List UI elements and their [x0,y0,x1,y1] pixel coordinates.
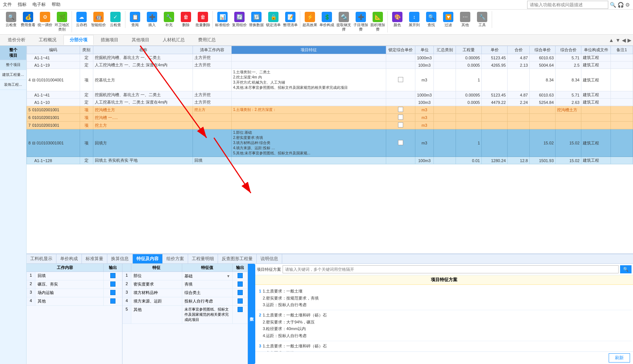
col-ctotal: 综合合价 [556,46,581,54]
table-row[interactable]: A1-1~128 定 回填土 夯实机夯实 平地 回填 100m3 0.01 12… [27,157,633,164]
menu-indicator[interactable]: 指标 [18,1,27,8]
pf-search-input[interactable] [283,265,619,273]
pf-title: 项目特征方案 [255,275,633,285]
tool-batch-delete[interactable]: 🗑 批量删除 [195,11,211,28]
pf-label: 项目特征方案 [257,267,281,272]
tab-up-icon[interactable]: ▲ [609,37,614,43]
tool-other[interactable]: ⋯ 其他 [457,11,473,28]
individual-toggle[interactable]: 个人数据 [248,264,255,364]
sidebar-item-construction[interactable]: 建筑工程量... [0,70,26,80]
table-row[interactable]: 7010102001001 项 挖土方 m3 [27,122,633,129]
btab-unit-compose[interactable]: 单价构成 [56,254,82,263]
tool-scan[interactable]: 🔍 云检查 [3,11,19,28]
menu-help[interactable]: 帮助 [52,1,60,8]
sidebar-item-decoration[interactable]: 装饰工程... [0,80,26,90]
pf-search-button[interactable]: 🔍 [620,265,632,273]
tab-down-icon[interactable]: ▼ [615,37,620,43]
tool-tools[interactable]: 🔧 工具 [474,11,490,28]
table-row[interactable]: 6010102001001 项 挖沟槽 一..... m3 [27,114,633,122]
pf-item-2[interactable]: 2 1.土质要求：一般土壤和碎（砾）石 2.密实要求：大于94%，碾压 3.粒径… [257,310,632,341]
fa-row-2[interactable]: 2 密实度要求 夯填 [122,280,248,289]
table-row[interactable]: A1-1~41 定 挖掘机挖沟槽、基坑土方 一、二类土 土方开挖 1000m3 … [27,91,633,99]
fa-header-output: 输出 [233,264,248,272]
tool-insert[interactable]: ➕ 插入 [144,11,160,28]
wc-header-content: 工作内容 [27,264,104,272]
col-lock-price: 锁定综合单价 [386,46,415,54]
table-row[interactable]: A1-1~19 定 人工挖沟槽土方 一、二类土 深度在4m内 土方开挖 100m… [27,62,633,69]
wc-row-3[interactable]: 3 场内运输 [27,289,122,297]
pf-item-1[interactable]: 1 1.土质要求：一般土壤 2.密实要求：按规范要求，夯填 3.运距：投标人自行… [257,286,632,310]
tool-unified[interactable]: ⚙ 统一调价 [37,11,53,28]
tab-project-overview[interactable]: 工程概况 [32,35,63,45]
btab-materials[interactable]: 工料机显示 [27,254,56,263]
tool-sort-list[interactable]: 📝 整理清单 [282,11,298,28]
tool-add-fee[interactable]: ➕ 子目增加费 [353,11,369,32]
tool-filter[interactable]: 🔽 过滤 [440,11,456,28]
table-row[interactable]: 8⊟ 010103001001 项 回填方 1.部位:基础2.密实度要求:夯填3… [27,129,633,157]
env-icon: 🌿 [57,12,67,22]
tool-area-fee[interactable]: 📐 面积增加费 [370,11,386,32]
tool-unit-price[interactable]: 💲 单价构成 [319,11,335,28]
tool-overhigh[interactable]: ⚡ 超高效果 [302,11,318,28]
tab-materials[interactable]: 人材机汇总 [156,35,191,45]
tool-extract-steel[interactable]: 🔩 提取钢支撑 [336,11,352,32]
tab-other-items[interactable]: 其他项目 [125,35,156,45]
tool-delete[interactable]: 🗑 删除 [178,11,194,28]
menu-file[interactable]: 文件 [3,1,12,8]
tool-color[interactable]: 🎨 颜色 [389,11,405,28]
wc-row-2[interactable]: 2 碾压、夯实 [27,280,122,289]
btab-std-calc[interactable]: 标准算量 [82,254,107,263]
tools-icon: 🔧 [477,12,487,22]
table-row[interactable]: A1-1~10 定 人工挖基坑土方 一、二类土 深度在4m内 土方开挖 100m… [27,99,633,106]
btab-features[interactable]: 特征及内容 [133,254,163,263]
tool-smart-price[interactable]: 🤖 智能组价 [90,11,107,28]
tool-supplement[interactable]: 🔧 补充 [161,11,177,28]
tool-expand[interactable]: ↕ 展开到 [406,11,422,28]
tab-measures[interactable]: 措施项目 [94,35,125,45]
search-input[interactable] [527,1,608,9]
lock-icon: 🔒 [268,12,279,22]
tool-find[interactable]: 🔍 查找 [423,11,439,28]
stdprice-icon: 📊 [217,12,228,22]
col-total: 合价 [508,46,530,54]
tab-cost-analysis[interactable]: 造价分析 [1,35,32,45]
btab-convert[interactable]: 换算信息 [107,254,133,263]
areafee-icon: 📐 [373,12,383,22]
tab-section-items[interactable]: 分部分项 [63,35,94,45]
tab-arrows: ▲ ▼ ◀ ▶ [609,37,632,43]
wc-row-1[interactable]: 1 回填 [27,272,122,280]
tool-env[interactable]: 🌿 环卫地区类别 [54,11,70,32]
table-row[interactable]: 4⊟ 010101004001 项 挖基坑土方 1.土壤类别:一、二类土2.挖土… [27,69,633,91]
fa-header-val: 特征值 [182,264,233,272]
fa-row-1[interactable]: 1 部位 基础 ▼ [122,272,248,280]
fa-row-3[interactable]: 3 填方材料品种 综合类土 [122,289,248,297]
btab-reverse-check[interactable]: 反查图形工程量 [218,254,257,263]
fa-row-4[interactable]: 4 填方来源、运距 投标人自行考虑 [122,297,248,306]
refresh-button[interactable]: 刷新 [609,353,630,363]
menu-electronic[interactable]: 电子标 [32,1,46,8]
color-icon: 🎨 [392,12,402,22]
pf-item-3[interactable]: 3 1.土质要求：一般土壤和碎（砾）石 2.密实要求：松填 3.运距：投标人自行… [257,341,632,351]
tab-fee-summary[interactable]: 费用汇总 [192,35,222,45]
tool-fee[interactable]: 💰 费用查看 [20,11,36,28]
col-cprice: 综合单价 [530,46,556,54]
btab-price-scheme[interactable]: 组价方案 [163,254,188,263]
wc-row-4[interactable]: 4 其他 [27,297,122,306]
btab-description[interactable]: 说明信息 [257,254,282,263]
table-row[interactable]: A1-1~41 定 挖掘机挖沟槽、基坑土方 一、二类土 土方开挖 1000m3 … [27,54,633,62]
table-row[interactable]: 5010102001001 项 挖沟槽土方 挖土方 1.土壤类别：2.挖方深度：… [27,106,633,114]
col-file: 单位构成文件 [581,46,611,54]
tool-cloud-check[interactable]: ✓ 云检查 [107,11,124,28]
tool-browse[interactable]: 📋 查阅 [127,11,143,28]
tool-cloud-archive[interactable]: ☁ 云存档 [73,11,90,28]
tool-replace-data[interactable]: 🔃 替换数据 [248,11,264,28]
tab-left-icon[interactable]: ◀ [622,37,626,43]
sidebar-item-whole[interactable]: 整个项目 [0,60,26,70]
fa-row-5[interactable]: 5 其他 未尽事宜参照图纸、招标文件及国家规范的相关要求完成此项目 [122,306,248,324]
tab-right-icon[interactable]: ▶ [627,37,632,43]
tool-reuse-price[interactable]: 🔄 复用组价 [231,11,248,28]
delete-icon: 🗑 [181,12,191,22]
tool-std-price[interactable]: 📊 标准组价 [214,11,231,28]
btab-qty-detail[interactable]: 工程量明细 [188,254,218,263]
tool-lock-list[interactable]: 🔒 锁定清单 [265,11,281,28]
